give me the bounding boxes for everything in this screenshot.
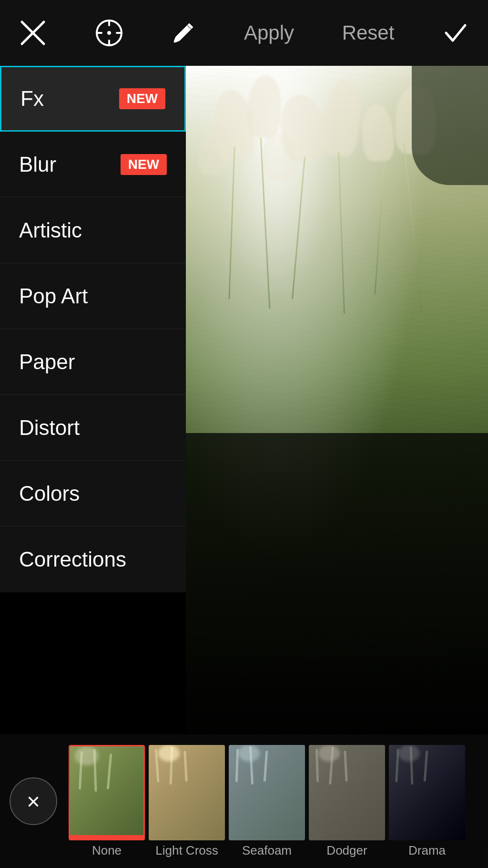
film-label-light-cross: Light Cross [155, 843, 218, 858]
filmstrip-close-button[interactable]: × [10, 777, 57, 825]
fx-new-badge: NEW [119, 88, 165, 109]
menu-item-fx[interactable]: Fx NEW [0, 66, 186, 132]
reset-button[interactable]: Reset [342, 21, 395, 44]
brush-button[interactable] [171, 21, 196, 45]
confirm-button[interactable] [442, 20, 469, 46]
svg-point-3 [107, 31, 111, 35]
menu-item-paper-label: Paper [19, 350, 75, 374]
menu-item-corrections-label: Corrections [19, 548, 126, 571]
film-label-none: None [92, 843, 122, 858]
film-item-seafoam[interactable]: Seafoam [229, 745, 305, 858]
blur-new-badge: NEW [121, 154, 167, 175]
film-label-drama: Drama [408, 843, 446, 858]
menu-item-colors-label: Colors [19, 482, 80, 506]
film-thumb-dodger [309, 745, 385, 840]
film-item-drama[interactable]: Drama [389, 745, 465, 858]
menu-item-blur-label: Blur [19, 153, 56, 176]
menu-item-corrections[interactable]: Corrections [0, 527, 186, 592]
apply-button[interactable]: Apply [244, 21, 294, 44]
filmstrip: × None Light Cross [0, 734, 488, 868]
menu-item-artistic[interactable]: Artistic [0, 197, 186, 263]
film-item-dodger[interactable]: Dodger [309, 745, 385, 858]
menu-item-blur[interactable]: Blur NEW [0, 132, 186, 197]
film-thumb-light-cross [149, 745, 225, 840]
menu-panel: Fx NEW Blur NEW Artistic Pop Art Paper D… [0, 66, 186, 592]
menu-item-paper[interactable]: Paper [0, 329, 186, 395]
film-thumb-drama [389, 745, 465, 840]
film-thumb-none [69, 745, 145, 840]
film-label-seafoam: Seafoam [242, 843, 292, 858]
menu-item-pop-art-label: Pop Art [19, 284, 88, 308]
photo-preview [186, 66, 488, 734]
menu-item-distort-label: Distort [19, 416, 80, 440]
film-items-container: None Light Cross Seafoam [67, 734, 488, 868]
menu-item-artistic-label: Artistic [19, 218, 82, 242]
film-label-dodger: Dodger [326, 843, 367, 858]
menu-item-distort[interactable]: Distort [0, 395, 186, 461]
menu-item-fx-label: Fx [20, 87, 44, 111]
filmstrip-close-icon: × [27, 788, 40, 815]
menu-item-pop-art[interactable]: Pop Art [0, 263, 186, 329]
toolbar: Apply Reset [0, 0, 488, 66]
film-item-light-cross[interactable]: Light Cross [149, 745, 225, 858]
target-button[interactable] [95, 19, 123, 47]
film-thumb-seafoam [229, 745, 305, 840]
close-button[interactable] [19, 19, 47, 47]
film-item-none[interactable]: None [69, 745, 145, 858]
menu-item-colors[interactable]: Colors [0, 461, 186, 527]
